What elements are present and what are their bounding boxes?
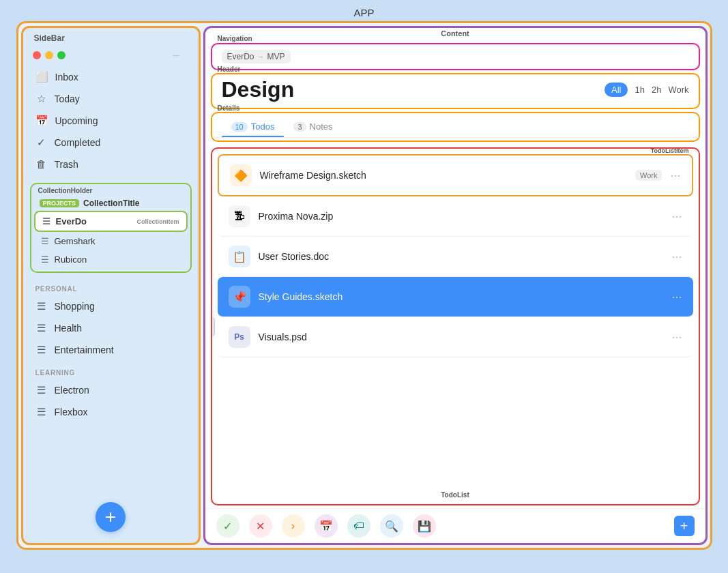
sidebar-label: SideBar xyxy=(23,28,199,44)
next-button[interactable]: › xyxy=(282,514,305,538)
collapse-handle[interactable]: ‹› xyxy=(211,317,215,336)
trash-icon: 🗑 xyxy=(35,158,48,170)
sidebar-item-health[interactable]: ☰ Health xyxy=(23,317,199,339)
header-filters: All 1h 2h Work xyxy=(605,83,689,97)
sidebar-item-inbox[interactable]: ⬜ Inbox xyxy=(23,66,199,88)
search-button[interactable]: 🔍 xyxy=(380,514,403,538)
tag-button[interactable]: 🏷 xyxy=(347,514,370,538)
todo-list-label: TodoList xyxy=(441,491,469,499)
todo-name: Visuals.psd xyxy=(259,332,664,342)
sketch-icon: 🔶 xyxy=(234,169,248,182)
inbox-icon: ⬜ xyxy=(35,71,48,83)
sidebar: SideBar ··· ⬜ Inbox ☆ Today 📅 Upcoming ✓ xyxy=(21,26,201,545)
list-icon: ☰ xyxy=(35,384,48,396)
todo-more-button[interactable]: ··· xyxy=(671,209,682,224)
todo-item-userstories[interactable]: 📋 User Stories.doc ··· xyxy=(218,237,693,277)
personal-section-label: PERSONAL xyxy=(23,277,199,295)
todo-item-styleguides[interactable]: 📌 Style Guides.sketch ··· xyxy=(218,277,693,317)
sidebar-item-trash[interactable]: 🗑 Trash xyxy=(23,153,199,175)
sketch-icon: 📌 xyxy=(233,291,246,304)
sidebar-item-label: Shopping xyxy=(55,301,95,312)
minimize-dot[interactable] xyxy=(45,51,53,59)
filter-2h[interactable]: 2h xyxy=(652,85,661,95)
filter-1h[interactable]: 1h xyxy=(635,85,644,95)
tab-notes-label: Notes xyxy=(310,121,333,132)
sidebar-item-entertainment[interactable]: ☰ Entertainment xyxy=(23,339,199,361)
filter-all[interactable]: All xyxy=(605,83,628,97)
doc-icon: 📋 xyxy=(233,250,246,263)
sidebar-item-label: Upcoming xyxy=(55,115,98,126)
tab-todos[interactable]: 10 Todos xyxy=(222,117,285,137)
collection-item-label: Gemshark xyxy=(55,236,96,246)
todo-item-visuals[interactable]: Ps Visuals.psd ··· xyxy=(218,317,693,357)
collection-title-row: PROJECTS CollectionTitle xyxy=(34,196,188,211)
list-icon: ☰ xyxy=(41,254,49,265)
collection-holder-label: CollectionHolder xyxy=(34,187,188,196)
collection-item-everdo[interactable]: ☰ EverDo CollectionItem xyxy=(34,211,188,232)
toolbar-add-button[interactable]: + xyxy=(674,516,695,536)
filter-work[interactable]: Work xyxy=(668,85,688,95)
close-dot[interactable] xyxy=(33,51,41,59)
sidebar-item-shopping[interactable]: ☰ Shopping xyxy=(23,295,199,317)
sidebar-item-completed[interactable]: ✓ Completed xyxy=(23,132,199,153)
collection-holder: CollectionHolder PROJECTS CollectionTitl… xyxy=(30,183,192,273)
todo-icon: 🔶 xyxy=(230,164,252,186)
todo-tag: Work xyxy=(635,170,662,181)
breadcrumb-app: EverDo xyxy=(227,52,254,61)
header-bar: Header Design All 1h 2h Work xyxy=(211,73,700,109)
save-button[interactable]: 💾 xyxy=(413,514,436,538)
schedule-button[interactable]: 📅 xyxy=(315,514,338,538)
sidebar-item-label: Electron xyxy=(55,385,89,396)
zip-icon: 🗜 xyxy=(234,210,245,222)
navigation-bar: Navigation EverDo → MVP xyxy=(211,43,700,70)
collection-item-annotation: CollectionItem xyxy=(136,218,179,225)
todo-more-button[interactable]: ··· xyxy=(671,290,682,304)
content-area: Content Navigation EverDo → MVP Header D… xyxy=(203,26,708,545)
star-icon: ☆ xyxy=(35,93,48,105)
todo-more-button[interactable]: ··· xyxy=(670,168,680,183)
todo-name: Style Guides.sketch xyxy=(259,291,664,302)
todo-more-button[interactable]: ··· xyxy=(671,250,682,264)
todo-name: Proxima Nova.zip xyxy=(259,211,664,222)
ps-icon: Ps xyxy=(234,332,244,342)
todo-name: Wireframe Design.sketch xyxy=(260,170,628,181)
add-button[interactable]: + xyxy=(96,502,126,532)
sidebar-item-flexbox[interactable]: ☰ Flexbox xyxy=(23,401,199,423)
details-label: Details xyxy=(218,104,240,112)
collection-item-gemshark[interactable]: ☰ Gemshark xyxy=(34,232,188,250)
list-icon: ☰ xyxy=(42,216,50,226)
todo-item-proxima[interactable]: 🗜 Proxima Nova.zip ··· xyxy=(218,196,693,237)
breadcrumb-section: MVP xyxy=(267,52,285,61)
sidebar-item-electron[interactable]: ☰ Electron xyxy=(23,379,199,401)
breadcrumb[interactable]: EverDo → MVP xyxy=(222,50,291,63)
bottom-toolbar: ✓ ✕ › 📅 🏷 🔍 💾 + xyxy=(205,508,705,543)
dismiss-button[interactable]: ✕ xyxy=(249,514,272,538)
todo-more-button[interactable]: ··· xyxy=(671,330,682,344)
sidebar-item-label: Completed xyxy=(55,137,101,148)
sidebar-item-label: Today xyxy=(55,93,80,104)
collection-item-rubicon[interactable]: ☰ Rubicon xyxy=(34,250,188,269)
todo-list: ‹› TodoListItem 🔶 Wireframe Design.sketc… xyxy=(211,147,700,505)
collection-title-label: CollectionTitle xyxy=(83,199,139,208)
tab-notes[interactable]: 3 Notes xyxy=(284,117,342,137)
collection-item-label: Rubicon xyxy=(55,254,87,265)
collection-title-badge: PROJECTS xyxy=(40,199,80,207)
header-row: Design All 1h 2h Work xyxy=(222,77,689,102)
content-label: Content xyxy=(205,28,705,38)
tab-todos-label: Todos xyxy=(251,121,275,132)
tabs-row: 10 Todos 3 Notes xyxy=(212,113,699,138)
sidebar-item-label: Trash xyxy=(55,159,78,170)
fullscreen-dot[interactable] xyxy=(57,51,65,59)
todo-icon: Ps xyxy=(229,326,250,348)
todo-item-wireframe[interactable]: 🔶 Wireframe Design.sketch Work ··· xyxy=(219,156,692,195)
complete-button[interactable]: ✓ xyxy=(216,514,239,538)
sidebar-nav: ⬜ Inbox ☆ Today 📅 Upcoming ✓ Completed 🗑… xyxy=(23,62,199,179)
tab-notes-count: 3 xyxy=(293,122,306,132)
navigation-label: Navigation xyxy=(218,35,252,42)
sidebar-item-today[interactable]: ☆ Today xyxy=(23,88,199,110)
sidebar-options[interactable]: ··· xyxy=(173,51,179,59)
header-label: Header xyxy=(218,65,241,73)
list-icon: ☰ xyxy=(35,300,48,312)
sidebar-item-label: Inbox xyxy=(55,72,78,83)
sidebar-item-upcoming[interactable]: 📅 Upcoming xyxy=(23,110,199,132)
